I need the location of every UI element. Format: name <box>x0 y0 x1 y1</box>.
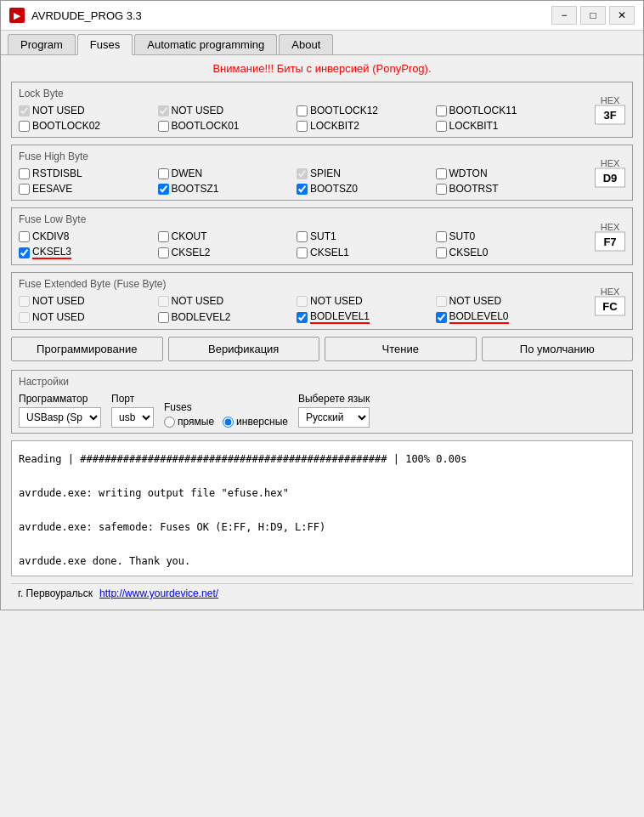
cb-cksel0: CKSEL0 <box>436 246 575 259</box>
cb-ckdiv8-input[interactable] <box>19 231 30 242</box>
cb-bodlevel0-label: BODLEVEL0 <box>449 310 509 324</box>
fuse-high-hex: HEX D9 <box>595 158 625 188</box>
log-line <box>19 440 625 450</box>
footer-url[interactable]: http://www.yourdevice.net/ <box>99 587 218 599</box>
title-bar-left: ▶ AVRDUDE_PROG 3.3 <box>9 8 142 23</box>
cb-ckdiv8: CKDIV8 <box>19 230 158 242</box>
fuse-ext-checkboxes: NOT USED NOT USED NOT USED NOT USED NOT … <box>19 295 574 324</box>
fuses-direct-radio[interactable] <box>164 417 175 428</box>
fuses-radio-row: прямые инверсные <box>164 416 288 428</box>
log-line: avrdude.exe: writing output file "efuse.… <box>19 485 625 501</box>
cb-bootlock11-label: BOOTLOCK11 <box>449 105 517 116</box>
cb-bootlock11: BOOTLOCK11 <box>436 105 575 116</box>
cb-spien-label: SPIEN <box>310 167 341 179</box>
cb-rstdisbl-input[interactable] <box>19 168 30 179</box>
fuse-low-section: Fuse Low Byte CKDIV8 CKOUT SUT1 SUT0 <box>11 207 633 265</box>
tab-auto[interactable]: Automatic programming <box>134 34 277 54</box>
port-select[interactable]: usb <box>111 407 154 428</box>
cb-bootsz0-input[interactable] <box>297 184 308 195</box>
cb-ckout-label: CKOUT <box>172 230 207 242</box>
program-button[interactable]: Программирование <box>11 337 163 361</box>
log-line <box>19 536 625 552</box>
fuse-low-hex-value: F7 <box>595 232 625 252</box>
read-button[interactable]: Чтение <box>325 337 477 361</box>
cb-bootsz1-label: BOOTSZ1 <box>172 183 219 195</box>
log-area[interactable]: avrdude.exe: reading efuse memory: Readi… <box>11 440 633 576</box>
cb-bootlock02: BOOTLOCK02 <box>19 120 158 132</box>
lock-byte-hex: HEX 3F <box>595 95 625 125</box>
cb-cksel3: CKSEL3 <box>19 246 158 259</box>
minimize-button[interactable]: − <box>551 6 577 25</box>
cb-wdton-label: WDTON <box>449 167 488 179</box>
cb-lockbit2-label: LOCKBIT2 <box>310 120 359 132</box>
cb-ext-notused5: NOT USED <box>19 310 158 324</box>
verify-button[interactable]: Верификация <box>168 337 320 361</box>
main-window: ▶ AVRDUDE_PROG 3.3 − □ ✕ Program Fuses A… <box>0 0 644 610</box>
lock-byte-checkboxes: NOT USED NOT USED BOOTLOCK12 BOOTLOCK11 … <box>19 105 574 132</box>
programmer-select[interactable]: USBasp (Sp <box>19 407 101 428</box>
cb-cksel0-input[interactable] <box>436 247 447 258</box>
cb-bodlevel0-input[interactable] <box>436 312 447 323</box>
cb-eesave-label: EESAVE <box>32 183 72 195</box>
fuse-ext-hex-label: HEX <box>601 287 620 297</box>
cb-bootlock11-input[interactable] <box>436 105 447 116</box>
cb-wdton-input[interactable] <box>436 168 447 179</box>
fuse-high-checkboxes: RSTDISBL DWEN SPIEN WDTON EESAVE <box>19 167 574 195</box>
tab-fuses[interactable]: Fuses <box>77 34 133 55</box>
cb-rstdisbl: RSTDISBL <box>19 167 158 179</box>
cb-sut0-label: SUT0 <box>449 230 476 242</box>
cb-dwen: DWEN <box>158 167 297 179</box>
cb-bodlevel2-input[interactable] <box>158 312 169 323</box>
cb-bootlock12-input[interactable] <box>297 105 308 116</box>
cb-bootrst-input[interactable] <box>436 184 447 195</box>
log-line: avrdude.exe: safemode: Fuses OK (E:FF, H… <box>19 519 625 535</box>
fuses-inverse: инверсные <box>223 416 288 428</box>
lock-byte-title: Lock Byte <box>19 88 625 99</box>
cb-cksel0-label: CKSEL0 <box>449 247 489 258</box>
cb-ckout-input[interactable] <box>158 231 169 242</box>
cb-wdton: WDTON <box>436 167 575 179</box>
cb-cksel1: CKSEL1 <box>297 246 436 259</box>
cb-lockbit1-input[interactable] <box>436 121 447 132</box>
cb-cksel2-label: CKSEL2 <box>172 247 211 258</box>
cb-cksel3-input[interactable] <box>19 247 30 258</box>
tab-program[interactable]: Program <box>8 34 76 54</box>
language-select[interactable]: Русский <box>298 407 370 428</box>
cb-ext-notused5-label: NOT USED <box>32 311 85 323</box>
close-button[interactable]: ✕ <box>609 6 635 25</box>
cb-lockbit1: LOCKBIT1 <box>436 120 575 132</box>
log-line: Reading | ##############################… <box>19 451 625 467</box>
fuses-inverse-radio[interactable] <box>223 417 234 428</box>
log-line <box>19 502 625 518</box>
cb-ext-notused3-label: NOT USED <box>310 295 363 307</box>
settings-row: Программатор USBasp (Sp Порт usb Fuses <box>19 393 625 428</box>
cb-eesave-input[interactable] <box>19 184 30 195</box>
default-button[interactable]: По умолчанию <box>482 337 634 361</box>
fuses-group: Fuses прямые инверсные <box>164 401 288 428</box>
cb-notused1-input <box>19 105 30 116</box>
fuse-ext-hex: HEX FC <box>595 287 625 316</box>
port-group: Порт usb <box>111 393 154 428</box>
cb-bootlock02-input[interactable] <box>19 121 30 132</box>
language-label: Выберете язык <box>298 393 370 405</box>
maximize-button[interactable]: □ <box>580 6 606 25</box>
lock-byte-section: Lock Byte NOT USED NOT USED BOOTLOCK12 B… <box>11 82 633 138</box>
cb-sut1-input[interactable] <box>297 231 308 242</box>
cb-bootlock12: BOOTLOCK12 <box>297 105 436 116</box>
cb-notused2-input <box>158 105 169 116</box>
title-bar: ▶ AVRDUDE_PROG 3.3 − □ ✕ <box>1 1 643 31</box>
tab-about[interactable]: About <box>279 34 333 54</box>
cb-dwen-input[interactable] <box>158 168 169 179</box>
cb-bodlevel1-input[interactable] <box>297 312 308 323</box>
cb-sut0-input[interactable] <box>436 231 447 242</box>
cb-cksel1-input[interactable] <box>297 247 308 258</box>
cb-ext-notused4-input <box>436 296 447 307</box>
cb-cksel2-input[interactable] <box>158 247 169 258</box>
cb-bootsz1-input[interactable] <box>158 184 169 195</box>
cb-ext-notused2: NOT USED <box>158 295 297 307</box>
fuses-label: Fuses <box>164 401 288 413</box>
cb-lockbit2-input[interactable] <box>297 121 308 132</box>
cb-bootlock01-input[interactable] <box>158 121 169 132</box>
cb-ext-notused5-input <box>19 312 30 323</box>
cb-bootlock12-label: BOOTLOCK12 <box>310 105 378 116</box>
